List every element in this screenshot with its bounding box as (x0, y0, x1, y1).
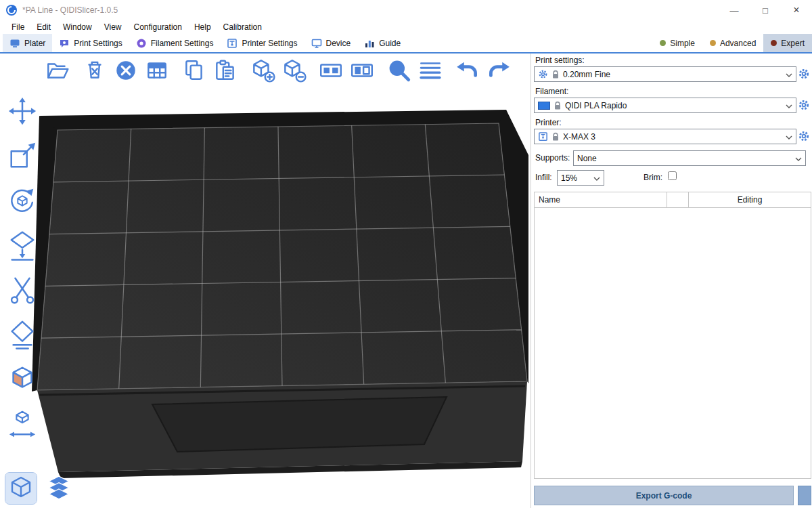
tab-print-settings[interactable]: Print Settings (52, 34, 129, 52)
tab-device[interactable]: Device (304, 34, 358, 52)
delete-all-button[interactable] (112, 56, 140, 85)
printer-value: X-MAX 3 (563, 132, 595, 142)
measure-icon (7, 408, 38, 440)
rotate-tool-button[interactable] (4, 182, 41, 219)
menu-edit[interactable]: Edit (30, 20, 57, 34)
split-objects-button[interactable] (317, 56, 345, 85)
column-name: Name (535, 192, 667, 207)
delete-button[interactable] (81, 56, 109, 85)
3d-viewport[interactable] (0, 54, 530, 508)
cut-tool-button[interactable] (4, 272, 41, 308)
open-folder-icon (45, 58, 70, 83)
tab-guide[interactable]: Guide (357, 34, 407, 52)
filament-color-swatch (538, 102, 550, 110)
mode-simple[interactable]: Simple (652, 34, 702, 52)
tab-bar: Plater Print Settings Filament Settings … (0, 34, 812, 54)
filament-settings-icon (136, 38, 147, 49)
plater-toolbar (43, 56, 522, 85)
filament-value: QIDI PLA Rapido (565, 101, 627, 110)
object-list[interactable]: Name Editing (534, 192, 811, 479)
menu-window[interactable]: Window (57, 20, 98, 34)
print-settings-combo[interactable]: 0.20mm Fine (534, 66, 796, 82)
mode-advanced[interactable]: Advanced (702, 34, 763, 52)
preview-view-button[interactable] (43, 473, 74, 504)
seam-icon (7, 319, 38, 350)
brim-label: Brim: (644, 173, 662, 182)
editor-cube-icon (7, 475, 35, 502)
variable-layer-height-button[interactable] (416, 56, 445, 85)
column-spacer (667, 192, 689, 207)
seam-tool-button[interactable] (4, 316, 41, 353)
place-on-face-tool-button[interactable] (4, 227, 41, 263)
advanced-mode-dot (710, 40, 716, 46)
gear-icon (798, 130, 810, 142)
lock-icon (551, 70, 560, 79)
lock-icon (551, 132, 560, 142)
minimize-button[interactable]: — (719, 0, 750, 20)
chevron-down-icon (786, 135, 792, 140)
paste-button[interactable] (211, 56, 240, 85)
menu-calibration[interactable]: Calibration (217, 20, 268, 34)
copy-button[interactable] (180, 56, 208, 85)
export-gcode-button[interactable]: Export G-code (534, 486, 794, 505)
mode-expert[interactable]: Expert (763, 34, 812, 52)
simple-mode-dot (660, 40, 666, 46)
printer-combo[interactable]: X-MAX 3 (534, 129, 796, 144)
supports-value: None (577, 154, 597, 163)
tab-filament-settings[interactable]: Filament Settings (129, 34, 221, 52)
rotate-icon (7, 185, 38, 216)
add-instance-icon (250, 58, 275, 83)
tab-label: Printer Settings (242, 39, 297, 48)
tab-label: Plater (24, 39, 45, 48)
menu-configuration[interactable]: Configuration (128, 20, 188, 34)
variable-layer-height-icon (418, 58, 443, 83)
print-settings-gear-button[interactable] (798, 68, 810, 80)
filament-combo[interactable]: QIDI PLA Rapido (534, 98, 796, 113)
settings-sidebar: Print settings: 0.20mm Fine (531, 54, 812, 508)
tab-label: Filament Settings (151, 39, 214, 48)
infill-combo[interactable]: 15% (557, 170, 604, 186)
tab-label: Device (326, 39, 351, 48)
export-options-button[interactable] (798, 486, 811, 505)
paint-tool-button[interactable] (4, 361, 41, 398)
scale-tool-button[interactable] (4, 137, 41, 174)
maximize-button[interactable]: □ (750, 0, 781, 20)
printer-gear-button[interactable] (798, 130, 810, 142)
redo-button[interactable] (484, 56, 513, 85)
brim-checkbox[interactable] (668, 171, 677, 180)
search-button[interactable] (385, 56, 413, 85)
split-parts-icon (349, 58, 375, 83)
tab-plater[interactable]: Plater (3, 34, 52, 52)
gear-icon (798, 68, 810, 80)
menu-view[interactable]: View (98, 20, 128, 34)
window-title: *PA Line - QIDISlicer-1.0.5 (22, 5, 118, 15)
preview-layers-icon (45, 474, 73, 503)
chevron-down-icon (786, 104, 792, 108)
menu-file[interactable]: File (5, 20, 30, 34)
move-tool-button[interactable] (4, 93, 41, 129)
supports-combo[interactable]: None (573, 150, 806, 166)
tab-printer-settings[interactable]: Printer Settings (220, 34, 304, 52)
infill-value: 15% (561, 173, 577, 183)
printer-label: Printer: (535, 118, 562, 127)
remove-instance-button[interactable] (279, 56, 308, 85)
plater-icon (9, 38, 20, 49)
menu-bar: File Edit Window View Configuration Help… (0, 20, 812, 34)
split-parts-button[interactable] (348, 56, 376, 85)
filament-gear-button[interactable] (798, 99, 810, 111)
arrange-button[interactable] (143, 56, 171, 85)
supports-label: Supports: (535, 153, 570, 163)
gizmo-toolbar (4, 93, 41, 442)
paste-icon (212, 58, 238, 83)
close-button[interactable]: × (781, 0, 812, 20)
arrange-icon (144, 58, 170, 83)
title-bar: *PA Line - QIDISlicer-1.0.5 — □ × (0, 0, 812, 20)
undo-icon (455, 58, 480, 83)
measure-tool-button[interactable] (4, 406, 41, 442)
printer-settings-icon (227, 38, 238, 49)
menu-help[interactable]: Help (188, 20, 217, 34)
editor-view-button[interactable] (5, 473, 37, 504)
undo-button[interactable] (453, 56, 482, 85)
add-instance-button[interactable] (248, 56, 277, 85)
open-button[interactable] (43, 56, 72, 85)
